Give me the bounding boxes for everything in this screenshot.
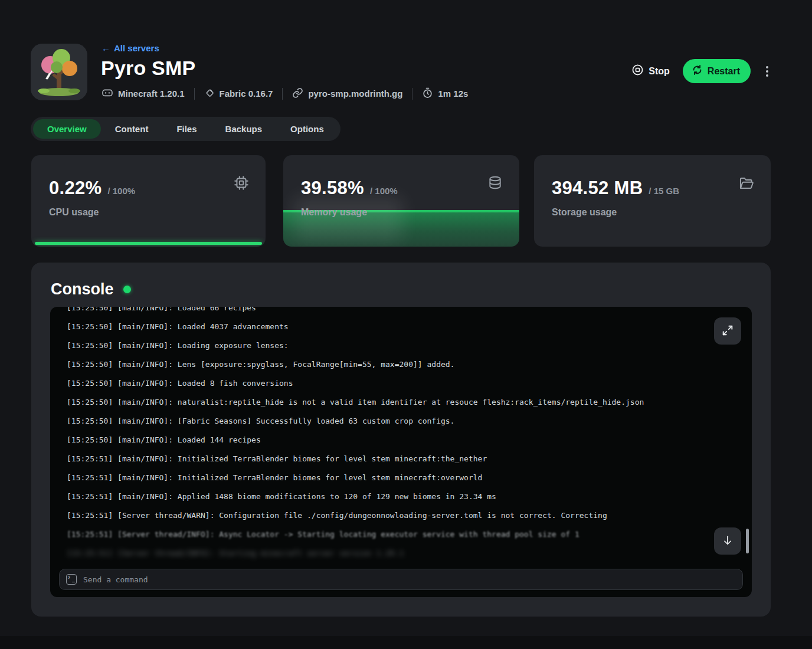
restart-icon	[692, 64, 703, 78]
cpu-usage-value: 0.22%	[49, 178, 102, 199]
storage-usage-value: 394.52 MB	[552, 178, 643, 199]
memory-usage-glow	[294, 196, 403, 241]
restart-button[interactable]: Restart	[683, 59, 751, 83]
header-actions: Stop Restart	[631, 59, 771, 83]
back-link-label: All servers	[114, 43, 159, 53]
storage-usage-label: Storage usage	[552, 207, 617, 218]
memory-usage-max: / 100%	[370, 186, 398, 196]
cpu-usage-progress-bar	[35, 242, 262, 245]
console-title: Console	[51, 280, 114, 299]
divider	[412, 88, 412, 100]
back-to-all-servers-link[interactable]: ←All servers	[102, 43, 159, 53]
tab-options[interactable]: Options	[276, 119, 338, 139]
console-panel: Console [15:25:50] [main/INFO]: Loaded 6…	[31, 263, 771, 617]
log-line: [15:25:50] [main/INFO]: Loaded 8 fish co…	[67, 374, 735, 393]
tab-backups[interactable]: Backups	[211, 119, 277, 139]
console-scrollbar-thumb[interactable]	[746, 529, 749, 553]
memory-usage-card: 39.58% / 100% Memory usage	[283, 155, 519, 247]
page-title: Pyro SMP	[101, 57, 195, 80]
terminal-prompt-icon	[66, 574, 77, 585]
more-options-kebab-icon[interactable]	[764, 63, 771, 80]
cpu-usage-card: 0.22% / 100% CPU usage	[31, 155, 266, 247]
log-line: [15:25:51] [main/INFO]: Initialized Terr…	[67, 468, 735, 487]
meta-label: Minecraft 1.20.1	[118, 88, 185, 99]
tab-files[interactable]: Files	[162, 119, 211, 139]
log-line: [15:25:51] [Server thread/WARN]: Configu…	[67, 506, 735, 525]
meta-label: pyro-smp.modrinth.gg	[308, 88, 402, 99]
log-line: [15:25:50] [main/INFO]: Lens [exposure:s…	[67, 355, 735, 374]
fabric-loader-icon	[204, 87, 215, 100]
cpu-usage-max: / 100%	[107, 186, 135, 196]
stop-button[interactable]: Stop	[631, 64, 670, 78]
meta-label: Fabric 0.16.7	[220, 88, 273, 99]
expand-icon	[721, 324, 734, 339]
storage-usage-max: / 15 GB	[649, 186, 679, 196]
scroll-to-bottom-button[interactable]	[714, 527, 741, 555]
log-line: [15:25:50] [main/INFO]: [Fabric Seasons]…	[67, 412, 735, 431]
log-line: [15:25:50] [main/INFO]: Loaded 144 recip…	[67, 431, 735, 450]
link-icon	[292, 87, 303, 100]
command-input[interactable]: Send a command	[59, 569, 743, 590]
stopwatch-icon	[422, 87, 433, 100]
meta-uptime: 1m 12s	[422, 87, 468, 100]
stop-icon	[631, 64, 644, 78]
gamepad-icon	[102, 87, 113, 100]
arrow-down-icon	[722, 535, 734, 548]
server-meta-row: Minecraft 1.20.1 Fabric 0.16.7 pyro-smp.…	[102, 87, 468, 100]
seasonal-tree-icon	[31, 44, 87, 100]
tab-overview[interactable]: Overview	[33, 119, 101, 139]
server-online-status-dot	[123, 286, 131, 293]
log-line-incoming: [15:25:51] [Server thread/INFO]: Async L…	[67, 525, 735, 544]
meta-minecraft-version: Minecraft 1.20.1	[102, 87, 185, 100]
folder-open-icon	[738, 175, 754, 194]
server-avatar	[31, 44, 87, 100]
meta-label: 1m 12s	[438, 88, 468, 99]
fullscreen-expand-button[interactable]	[714, 317, 741, 345]
console-log-output[interactable]: [15:25:50] [main/INFO]: Loaded 66 recipe…	[50, 307, 752, 564]
stop-button-label: Stop	[649, 66, 670, 77]
log-line: [15:25:50] [main/INFO]: Loaded 66 recipe…	[67, 307, 735, 317]
restart-button-label: Restart	[708, 66, 740, 77]
storage-usage-card: 394.52 MB / 15 GB Storage usage	[534, 155, 771, 247]
command-input-placeholder: Send a command	[83, 575, 148, 584]
meta-loader-version: Fabric 0.16.7	[204, 87, 273, 100]
divider	[282, 88, 283, 100]
log-line: [15:25:51] [main/INFO]: Initialized Terr…	[67, 450, 735, 468]
cpu-usage-label: CPU usage	[49, 207, 99, 218]
log-line: [15:25:50] [main/INFO]: Loading exposure…	[67, 336, 735, 355]
log-line: [15:25:51] [main/INFO]: Applied 1488 bio…	[67, 487, 735, 506]
log-line: [15:25:50] [main/INFO]: naturalist:repti…	[67, 393, 735, 412]
memory-usage-label: Memory usage	[301, 207, 367, 218]
footer-strip	[0, 636, 812, 649]
database-icon	[487, 175, 503, 193]
cpu-icon	[234, 175, 249, 193]
divider	[194, 88, 195, 100]
server-overview-page: ←All servers Pyro SMP Minecraft 1.20.1	[0, 0, 812, 649]
log-line-incoming: [15:25:51] [Server thread/INFO]: Startin…	[67, 544, 735, 563]
console-screen[interactable]: [15:25:50] [main/INFO]: Loaded 66 recipe…	[50, 307, 752, 597]
tab-content[interactable]: Content	[101, 119, 163, 139]
back-arrow-icon: ←	[102, 43, 110, 53]
meta-server-address[interactable]: pyro-smp.modrinth.gg	[292, 87, 402, 100]
server-nav-tabs: Overview Content Files Backups Options	[31, 117, 340, 141]
memory-usage-value: 39.58%	[301, 178, 364, 199]
log-line: [15:25:50] [main/INFO]: Loaded 4037 adva…	[67, 317, 735, 336]
